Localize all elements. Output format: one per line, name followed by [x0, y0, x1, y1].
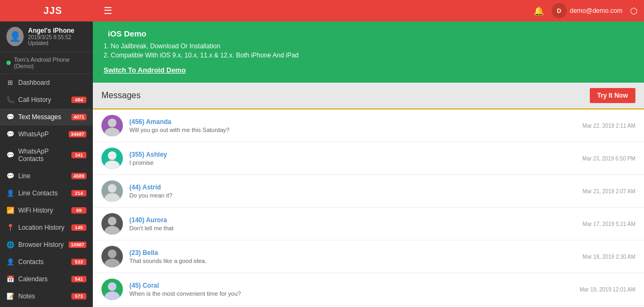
- whatsapp-icon: 💬: [6, 130, 14, 138]
- message-name: (23) Bella: [129, 249, 576, 257]
- svg-point-7: [105, 226, 120, 235]
- android-device[interactable]: Tom's Android Phone (Demo): [0, 52, 93, 74]
- sidebar-item-dashboard[interactable]: ⊞ Dashboard: [0, 74, 93, 91]
- avatar: [101, 246, 123, 267]
- sidebar-item-line[interactable]: 💬 Line 4589: [0, 167, 93, 185]
- sidebar-item-label: WhatsApP: [18, 130, 64, 138]
- message-preview: Will you go out with me this Saturday?: [129, 127, 576, 133]
- sidebar-item-label: Notes: [18, 293, 67, 300]
- sidebar-item-label: Contacts: [18, 258, 67, 266]
- table-row[interactable]: (45) Coral When is the most convenient t…: [93, 273, 644, 306]
- location-icon: 📍: [6, 224, 14, 231]
- dashboard-icon: ⊞: [6, 79, 14, 86]
- sidebar-item-label: Line: [18, 172, 67, 180]
- table-row[interactable]: (23) Bella That sounds like a good idea.…: [93, 240, 644, 273]
- sidebar-item-contacts[interactable]: 👤 Contacts 533: [0, 253, 93, 271]
- svg-point-0: [108, 119, 116, 127]
- android-device-label: Tom's Android Phone (Demo): [14, 56, 86, 69]
- online-dot: [6, 61, 11, 65]
- contacts-badge: 533: [71, 259, 86, 265]
- top-header: JJS ☰ 🔔 D demo@demo.com ⬡: [0, 0, 644, 21]
- table-row[interactable]: (355) Ashley I promise Mar 23, 2019 6:50…: [93, 142, 644, 175]
- message-body: (44) Astrid Do you mean it?: [129, 184, 576, 199]
- user-info: D demo@demo.com: [552, 3, 623, 18]
- sidebar-item-line-contacts[interactable]: 👤 Line Contacts 214: [0, 185, 93, 202]
- sidebar-item-notes[interactable]: 📝 Notes 573: [0, 288, 93, 305]
- ios-banner: iOS Demo No Jailbreak, Download Or Insta…: [93, 21, 644, 83]
- message-list: (456) Amanda Will you go out with me thi…: [93, 109, 644, 307]
- svg-point-3: [105, 160, 120, 169]
- calendars-badge: 541: [71, 276, 86, 282]
- notes-icon: 📝: [6, 293, 14, 300]
- share-icon[interactable]: ⬡: [630, 6, 638, 16]
- sidebar-item-browser-history[interactable]: 🌐 Browser History 10987: [0, 236, 93, 253]
- svg-point-5: [105, 193, 120, 202]
- sidebar-item-voice-memos[interactable]: 🎙️ Voice Memos 158: [0, 305, 93, 307]
- profile-info: Angel's iPhone 2019/3/25 8:55:52 Updated: [28, 27, 86, 46]
- message-icon: 💬: [6, 113, 14, 121]
- banner-feature-2: Compatible With iOS 9.x, 10.x, 11.x & 12…: [104, 52, 633, 59]
- message-body: (140) Aurora Don't tell me that: [129, 216, 576, 231]
- try-now-button[interactable]: Try It Now: [590, 88, 635, 103]
- message-name: (44) Astrid: [129, 184, 576, 191]
- svg-point-1: [105, 128, 120, 136]
- sidebar-item-label: Browser History: [18, 241, 64, 248]
- message-preview: I promise: [129, 159, 576, 166]
- banner-title-text: iOS Demo: [108, 29, 147, 38]
- sidebar-item-whatsapp-contacts[interactable]: 💬 WhatsApP Contacts 341: [0, 143, 93, 167]
- whatsapp-badge: 34687: [69, 131, 86, 137]
- banner-title: iOS Demo: [104, 29, 633, 38]
- table-row[interactable]: (456) Amanda Will you go out with me thi…: [93, 109, 644, 142]
- line-contacts-icon: 👤: [6, 189, 14, 197]
- sidebar-item-wifi-history[interactable]: 📶 WiFi History 69: [0, 202, 93, 219]
- banner-feature-1: No Jailbreak, Download Or Installation: [104, 42, 633, 50]
- message-preview: Don't tell me that: [129, 225, 576, 231]
- app-logo: JJS: [6, 5, 99, 17]
- message-body: (23) Bella That sounds like a good idea.: [129, 249, 576, 264]
- header-right-icons: 🔔 D demo@demo.com ⬡: [526, 3, 638, 18]
- sidebar-item-label: Call History: [18, 96, 67, 104]
- call-history-badge: 484: [71, 97, 86, 103]
- sidebar-item-label: WhatsApP Contacts: [18, 148, 67, 163]
- message-preview: When is the most convenient time for you…: [129, 290, 573, 297]
- message-name: (456) Amanda: [129, 118, 576, 126]
- sidebar-item-calendars[interactable]: 📅 Calendars 541: [0, 271, 93, 288]
- message-preview: Do you mean it?: [129, 192, 576, 199]
- message-date: Mar 21, 2019 2:07 AM: [583, 188, 635, 194]
- text-messages-badge: 4071: [71, 114, 86, 120]
- table-row[interactable]: (44) Astrid Do you mean it? Mar 21, 2019…: [93, 175, 644, 208]
- sidebar-item-location-history[interactable]: 📍 Location History 145: [0, 219, 93, 236]
- message-body: (45) Coral When is the most convenient t…: [129, 282, 573, 297]
- messages-section: Messages Try It Now (456) Amanda Will yo…: [93, 83, 644, 307]
- svg-point-8: [108, 250, 116, 258]
- table-row[interactable]: (140) Aurora Don't tell me that Mar 17, …: [93, 208, 644, 240]
- hamburger-icon[interactable]: ☰: [99, 5, 116, 17]
- avatar: [101, 148, 123, 169]
- main-layout: 👤 Angel's iPhone 2019/3/25 8:55:52 Updat…: [0, 21, 644, 307]
- location-badge: 145: [71, 224, 86, 231]
- avatar: [101, 180, 123, 202]
- avatar: [101, 115, 123, 136]
- sidebar-item-label: Dashboard: [18, 79, 86, 86]
- switch-to-android-link[interactable]: Switch To Android Demo: [104, 66, 186, 74]
- sidebar-item-label: Line Contacts: [18, 189, 67, 197]
- svg-point-2: [108, 151, 116, 160]
- message-date: Mar 22, 2019 2:11 AM: [583, 123, 635, 129]
- sidebar-profile: 👤 Angel's iPhone 2019/3/25 8:55:52 Updat…: [0, 21, 93, 52]
- contacts-icon: 👤: [6, 258, 14, 266]
- avatar: D: [552, 3, 567, 18]
- sidebar-item-whatsapp[interactable]: 💬 WhatsApP 34687: [0, 126, 93, 143]
- message-body: (456) Amanda Will you go out with me thi…: [129, 118, 576, 133]
- calendar-icon: 📅: [6, 275, 14, 283]
- avatar: [101, 279, 123, 300]
- browser-icon: 🌐: [6, 241, 14, 248]
- message-date: Mar 23, 2019 6:50 PM: [582, 156, 635, 162]
- message-date: Mar 17, 2019 5:21 AM: [583, 221, 635, 227]
- sidebar-item-call-history[interactable]: 📞 Call History 484: [0, 91, 93, 108]
- svg-point-4: [108, 184, 116, 193]
- sidebar-item-label: Text Messages: [18, 113, 67, 121]
- line-icon: 💬: [6, 172, 14, 180]
- notification-icon[interactable]: 🔔: [533, 6, 544, 16]
- wifi-icon: 📶: [6, 207, 14, 214]
- sidebar-item-text-messages[interactable]: 💬 Text Messages 4071: [0, 108, 93, 126]
